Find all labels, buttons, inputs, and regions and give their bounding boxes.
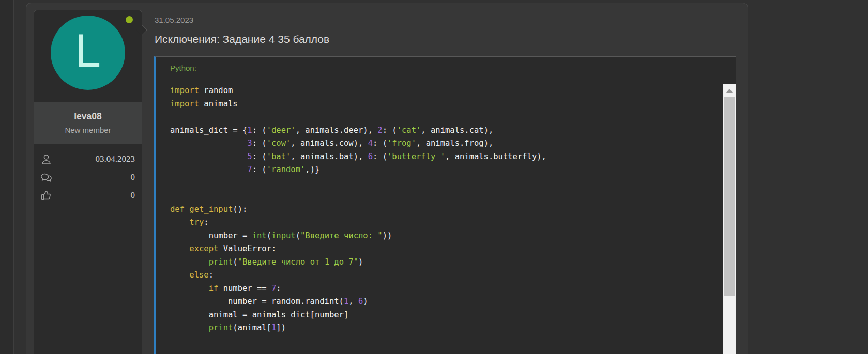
user-icon bbox=[40, 153, 53, 166]
code-block: Python: import randomimport animals anim… bbox=[154, 56, 736, 354]
scrollbar[interactable] bbox=[723, 84, 736, 354]
joined-date: 03.04.2023 bbox=[96, 154, 135, 164]
stat-row-joined: 03.04.2023 bbox=[40, 152, 135, 166]
online-indicator-icon bbox=[126, 16, 133, 23]
scroll-up-button[interactable] bbox=[723, 84, 736, 97]
username-link[interactable]: leva08 bbox=[34, 111, 142, 122]
page: L leva08 New member 03.04.2023 bbox=[0, 0, 868, 354]
scrollbar-thumb[interactable] bbox=[724, 97, 735, 296]
likes-count: 0 bbox=[131, 190, 135, 201]
avatar-section: L bbox=[34, 10, 142, 102]
post-date[interactable]: 31.05.2023 bbox=[155, 16, 193, 24]
page-wrapper: L leva08 New member 03.04.2023 bbox=[13, 0, 868, 354]
user-panel: L leva08 New member 03.04.2023 bbox=[34, 10, 142, 354]
scroll-up-arrow-icon bbox=[726, 89, 733, 93]
code-content[interactable]: import randomimport animals animals_dict… bbox=[170, 84, 718, 354]
user-head: leva08 New member bbox=[34, 102, 142, 144]
avatar-letter: L bbox=[75, 27, 101, 74]
post-title: Исключения: Задание 4 35 баллов bbox=[155, 33, 329, 45]
post-container: L leva08 New member 03.04.2023 bbox=[26, 3, 748, 354]
likes-icon bbox=[40, 189, 53, 202]
stat-row-likes: 0 bbox=[40, 189, 135, 202]
user-stats: 03.04.2023 0 0 bbox=[34, 144, 142, 202]
stat-row-messages: 0 bbox=[40, 171, 135, 184]
messages-icon bbox=[40, 171, 53, 184]
code-language-label: Python: bbox=[170, 64, 196, 72]
messages-count: 0 bbox=[131, 172, 135, 182]
bubble-tail-icon bbox=[136, 25, 147, 36]
user-role: New member bbox=[34, 126, 142, 134]
avatar[interactable]: L bbox=[51, 16, 125, 90]
